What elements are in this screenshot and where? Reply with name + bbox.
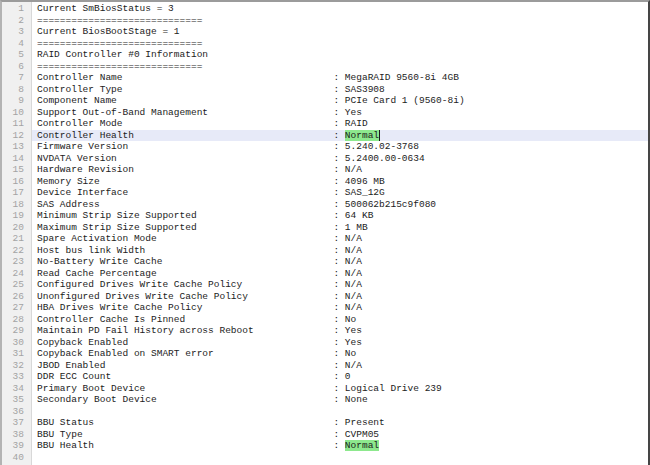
code-line: 31Copyback Enabled on SMART error : No [2,348,648,360]
plain-line-text[interactable] [32,452,648,464]
property-line-text[interactable]: Controller Name : MegaRAID 9560-8i 4GB [32,72,648,84]
line-number: 5 [2,49,32,61]
line-number: 20 [2,222,32,234]
code-line: 15Hardware Revision : N/A [2,164,648,176]
property-value: N/A [345,233,362,244]
code-line: 36 [2,406,648,418]
property-line-text[interactable]: Firmware Version : 5.240.02-3768 [32,141,648,153]
property-line-text[interactable]: SAS Address : 500062b215c9f080 [32,199,648,211]
code-line: 20Maximum Strip Size Supported : 1 MB [2,222,648,234]
code-line: 39BBU Health : Normal [2,440,648,452]
property-value: CVPM05 [345,429,379,440]
property-line-text[interactable]: Primary Boot Device : Logical Drive 239 [32,383,648,395]
code-line: 35Secondary Boot Device : None [2,394,648,406]
line-number: 17 [2,187,32,199]
property-line-text[interactable]: BBU Health : Normal [32,440,648,452]
code-line: 29Maintain PD Fail History across Reboot… [2,325,648,337]
property-value: Yes [345,325,362,336]
code-line: 11Controller Mode : RAID [2,118,648,130]
property-value: N/A [345,268,362,279]
line-number: 35 [2,394,32,406]
property-line-text[interactable]: Configured Drives Write Cache Policy : N… [32,279,648,291]
text-editor[interactable]: 1Current SmBiosStatus = 32==============… [0,0,650,465]
property-line-text[interactable]: Spare Activation Mode : N/A [32,233,648,245]
line-number: 16 [2,176,32,188]
property-value: 0 [345,371,351,382]
code-line: 6============================= [2,61,648,73]
code-line: 16Memory Size : 4096 MB [2,176,648,188]
property-value: None [345,394,368,405]
property-line-text[interactable]: NVDATA Version : 5.2400.00-0634 [32,153,648,165]
line-number: 30 [2,337,32,349]
property-line-text[interactable]: Support Out-of-Band Management : Yes [32,107,648,119]
property-value: SAS_12G [345,187,385,198]
line-number: 15 [2,164,32,176]
property-line-text[interactable]: Hardware Revision : N/A [32,164,648,176]
property-line-text[interactable]: JBOD Enabled : N/A [32,360,648,372]
line-number: 12 [2,130,32,142]
plain-line-text[interactable]: ============================= [32,61,648,73]
property-line-text[interactable]: Copyback Enabled on SMART error : No [32,348,648,360]
line-number: 29 [2,325,32,337]
line-number: 37 [2,417,32,429]
line-number: 27 [2,302,32,314]
code-line: 1Current SmBiosStatus = 3 [2,3,648,15]
property-line-text[interactable]: Unonfigured Drives Write Cache Policy : … [32,291,648,303]
code-line: 4============================= [2,38,648,50]
property-line-text[interactable]: BBU Type : CVPM05 [32,429,648,441]
property-line-text[interactable]: Device Interface : SAS_12G [32,187,648,199]
property-line-text[interactable]: No-Battery Write Cache : N/A [32,256,648,268]
property-line-text[interactable]: Controller Cache Is Pinned : No [32,314,648,326]
line-number: 11 [2,118,32,130]
highlighted-value: Normal [345,130,380,141]
code-line: 22Host bus link Width : N/A [2,245,648,257]
code-line: 23No-Battery Write Cache : N/A [2,256,648,268]
property-line-text[interactable]: Host bus link Width : N/A [32,245,648,257]
line-number: 38 [2,429,32,441]
property-value: 500062b215c9f080 [345,199,436,210]
property-value: No [345,314,356,325]
property-line-text[interactable]: Read Cache Percentage : N/A [32,268,648,280]
plain-line-text[interactable] [32,406,648,418]
property-value: Yes [345,337,362,348]
plain-line-text[interactable]: RAID Controller #0 Information [32,49,648,61]
code-line: 8Controller Type : SAS3908 [2,84,648,96]
line-number: 34 [2,383,32,395]
property-value: N/A [345,256,362,267]
plain-line-text[interactable]: Current SmBiosStatus = 3 [32,3,648,15]
code-line: 28Controller Cache Is Pinned : No [2,314,648,326]
code-line: 17Device Interface : SAS_12G [2,187,648,199]
property-line-text[interactable]: DDR ECC Count : 0 [32,371,648,383]
property-line-text[interactable]: Component Name : PCIe Card 1 (9560-8i) [32,95,648,107]
property-line-text[interactable]: Maximum Strip Size Supported : 1 MB [32,222,648,234]
property-line-text[interactable]: Copyback Enabled : Yes [32,337,648,349]
property-value: Present [345,417,385,428]
property-line-text[interactable]: Controller Mode : RAID [32,118,648,130]
property-line-text[interactable]: Controller Health : Normal [32,130,648,142]
property-line-text[interactable]: Controller Type : SAS3908 [32,84,648,96]
code-line: 27HBA Drives Write Cache Policy : N/A [2,302,648,314]
property-value: Yes [345,107,362,118]
property-line-text[interactable]: Minimum Strip Size Supported : 64 KB [32,210,648,222]
line-number: 22 [2,245,32,257]
code-line: 24Read Cache Percentage : N/A [2,268,648,280]
plain-line-text[interactable]: ============================= [32,38,648,50]
property-value: N/A [345,245,362,256]
plain-line-text[interactable]: Current BiosBootStage = 1 [32,26,648,38]
property-line-text[interactable]: BBU Status : Present [32,417,648,429]
property-value: 5.240.02-3768 [345,141,419,152]
property-line-text[interactable]: HBA Drives Write Cache Policy : N/A [32,302,648,314]
code-line: 3Current BiosBootStage = 1 [2,26,648,38]
property-value: 5.2400.00-0634 [345,153,425,164]
property-line-text[interactable]: Maintain PD Fail History across Reboot :… [32,325,648,337]
property-line-text[interactable]: Secondary Boot Device : None [32,394,648,406]
property-value: 1 MB [345,222,368,233]
code-line: 9Component Name : PCIe Card 1 (9560-8i) [2,95,648,107]
code-line: 7Controller Name : MegaRAID 9560-8i 4GB [2,72,648,84]
property-line-text[interactable]: Memory Size : 4096 MB [32,176,648,188]
plain-line-text[interactable]: ============================= [32,15,648,27]
line-number: 2 [2,15,32,27]
line-number: 14 [2,153,32,165]
line-number: 3 [2,26,32,38]
line-number: 10 [2,107,32,119]
